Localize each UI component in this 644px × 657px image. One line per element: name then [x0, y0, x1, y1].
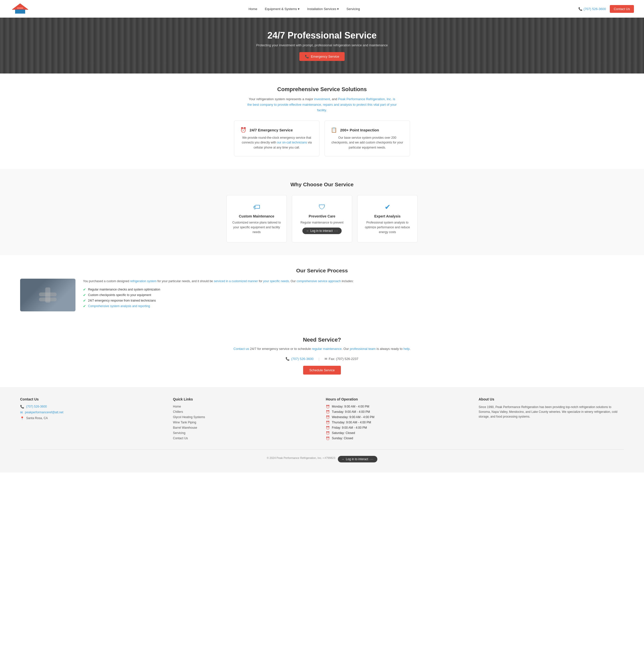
footer-link-wine: Wine Tank Piping [173, 421, 319, 424]
nav-right: 📞 (707) 526-3600 Contact Us [578, 5, 634, 13]
svg-text:PEAK PERFORMANCE: PEAK PERFORMANCE [12, 13, 28, 15]
why-cards: 🏷 Custom Maintenance Customized service … [20, 195, 624, 243]
footer-hours-col: Hours of Operation ⏰ Monday: 9:00 AM - 4… [326, 397, 471, 442]
check-icon: ✔ [83, 293, 86, 297]
emergency-button[interactable]: 📞 Emergency Service [299, 52, 345, 61]
comprehensive-section: Comprehensive Service Solutions Your ref… [0, 73, 644, 169]
footer-log-in-bar[interactable]: → Log in to interact ··· [338, 456, 377, 462]
hours-thursday: ⏰ Thursday: 9:00 AM - 4:00 PM [326, 421, 471, 424]
phone-icon: 📞 [20, 405, 24, 409]
check-circle-icon: ✔ [363, 203, 412, 211]
why-section: Why Choose Our Service 🏷 Custom Maintena… [0, 169, 644, 255]
why-card-title: Custom Maintenance [232, 214, 281, 218]
why-card-title-3: Expert Analysis [363, 214, 412, 218]
why-card-custom: 🏷 Custom Maintenance Customized service … [226, 195, 287, 243]
process-section: Our Service Process You purchased a cust… [0, 255, 644, 324]
clock-icon: ⏰ [326, 405, 330, 409]
footer-link-home: Home [173, 405, 319, 408]
process-list-link[interactable]: Comprehensive system analysis and report… [88, 304, 150, 308]
feature-card-inspection: 📋 200+ Point Inspection Our base service… [324, 121, 410, 156]
process-list-item: ✔ Comprehensive system analysis and repo… [83, 304, 354, 308]
phone-icon: 📞 [285, 357, 290, 361]
process-list: ✔ Regular maintenance checks and system … [83, 287, 354, 308]
footer-quick-links-heading: Quick Links [173, 397, 319, 401]
tag-icon: 🏷 [232, 203, 281, 211]
process-text: You purchased a custom designed refriger… [83, 279, 354, 309]
logo[interactable]: PEAK PERFORMANCE [10, 2, 30, 15]
check-icon: ✔ [83, 299, 86, 303]
feature-card-text: We provide round-the-clock emergency ser… [240, 135, 313, 150]
why-card-text-2: Regular maintenance to prevent [297, 220, 347, 225]
footer-bottom: © 2024 Peak Performance Refrigeration, I… [20, 449, 624, 462]
footer-phone: 📞 (707) 526-3600 [20, 405, 165, 409]
footer-hours-heading: Hours of Operation [326, 397, 471, 401]
why-card-expert: ✔ Expert Analysis Professional system an… [357, 195, 418, 243]
footer-about-text: Since 1990, Peak Performance Refrigerati… [479, 405, 624, 419]
contact-row: 📞 (707) 526-3600 | ✉ Fax: (707) 526-2237 [20, 357, 624, 361]
nav-servicing[interactable]: Servicing [346, 7, 360, 11]
schedule-button[interactable]: Schedule Service [303, 366, 341, 375]
footer-link-servicing: Servicing [173, 431, 319, 435]
log-in-icon: → [341, 457, 344, 461]
nav-installation[interactable]: Installation Services ▾ [307, 7, 339, 11]
footer-grid: Contact Us 📞 (707) 526-3600 ✉ peakperfor… [20, 397, 624, 442]
feature-card-title-2: 200+ Point Inspection [340, 128, 379, 132]
check-icon: ✔ [83, 304, 86, 308]
nav-links: Home Equipment & Systems ▾ Installation … [249, 7, 360, 11]
comprehensive-heading: Comprehensive Service Solutions [20, 86, 624, 93]
log-in-label: Log in to interact [310, 229, 333, 233]
need-desc: Contact us 24/7 for emergency service or… [20, 346, 624, 352]
clock-icon: ⏰ [240, 127, 247, 133]
svg-marker-0 [12, 3, 28, 9]
footer-link-barrel: Barrel Warehouse [173, 426, 319, 430]
process-heading: Our Service Process [20, 268, 624, 273]
navbar: PEAK PERFORMANCE Home Equipment & System… [0, 0, 644, 18]
copyright-text: © 2024 Peak Performance Refrigeration, I… [267, 456, 335, 459]
footer: Contact Us 📞 (707) 526-3600 ✉ peakperfor… [0, 387, 644, 473]
footer-link-glycol: Glycol Heating Systems [173, 415, 319, 419]
svg-rect-1 [15, 9, 25, 14]
footer-link-contact: Contact Us [173, 437, 319, 440]
why-card-title-2: Preventive Care [297, 214, 347, 218]
clipboard-icon: 📋 [331, 127, 337, 133]
dots-icon: ··· [370, 457, 374, 461]
comprehensive-subtitle: Your refrigeration system represents a m… [247, 96, 397, 113]
clock-icon: ⏰ [326, 431, 330, 435]
clock-icon: ⏰ [326, 415, 330, 419]
process-content: You purchased a custom designed refriger… [20, 279, 624, 311]
why-card-text-3: Professional system analysis to optimize… [363, 220, 412, 235]
fax-icon: ✉ [324, 357, 327, 361]
footer-quick-links-col: Quick Links Home Chillers Glycol Heating… [173, 397, 319, 442]
process-list-item: ✔ 24/7 emergency response from trained t… [83, 299, 354, 303]
clock-icon: ⏰ [326, 421, 330, 424]
process-image-inner [20, 279, 75, 311]
phone-icon: 📞 [305, 54, 309, 59]
footer-link-chillers: Chillers [173, 410, 319, 414]
hours-wednesday: ⏰ Wednesday: 9:00 AM - 4:00 PM [326, 415, 471, 419]
need-heading: Need Service? [20, 336, 624, 343]
clock-icon: ⏰ [326, 426, 330, 430]
clock-icon: ⏰ [326, 410, 330, 414]
nav-home[interactable]: Home [249, 7, 257, 11]
why-card-preventive: 🛡 Preventive Care Regular maintenance to… [292, 195, 352, 243]
hours-tuesday: ⏰ Tuesday: 9:00 AM - 4:00 PM [326, 410, 471, 414]
contact-button[interactable]: Contact Us [610, 5, 634, 13]
footer-address: 📍 Santa Rosa, CA [20, 416, 165, 420]
process-image [20, 279, 75, 311]
feature-card-text-2: Our base service system provides over 20… [331, 135, 404, 150]
feature-card-header: ⏰ 24/7 Emergency Service [240, 127, 313, 133]
need-fax: ✉ Fax: (707) 526-2237 [324, 357, 359, 361]
location-icon: 📍 [20, 416, 24, 420]
check-icon: ✔ [83, 287, 86, 291]
hours-monday: ⏰ Monday: 9:00 AM - 4:00 PM [326, 405, 471, 409]
footer-email: ✉ peakperformanceref@att.net [20, 411, 165, 414]
email-icon: ✉ [20, 411, 23, 414]
why-heading: Why Choose Our Service [20, 181, 624, 188]
hero-title: 24/7 Professional Service [256, 30, 388, 41]
hours-saturday: ⏰ Saturday: Closed [326, 431, 471, 435]
navbar-phone[interactable]: 📞 (707) 526-3600 [578, 7, 606, 11]
footer-quick-links-list: Home Chillers Glycol Heating Systems Win… [173, 405, 319, 440]
nav-equipment[interactable]: Equipment & Systems ▾ [265, 7, 300, 11]
need-section: Need Service? Contact us 24/7 for emerge… [0, 324, 644, 387]
log-in-bar[interactable]: → Log in to interact ··· [302, 227, 342, 234]
